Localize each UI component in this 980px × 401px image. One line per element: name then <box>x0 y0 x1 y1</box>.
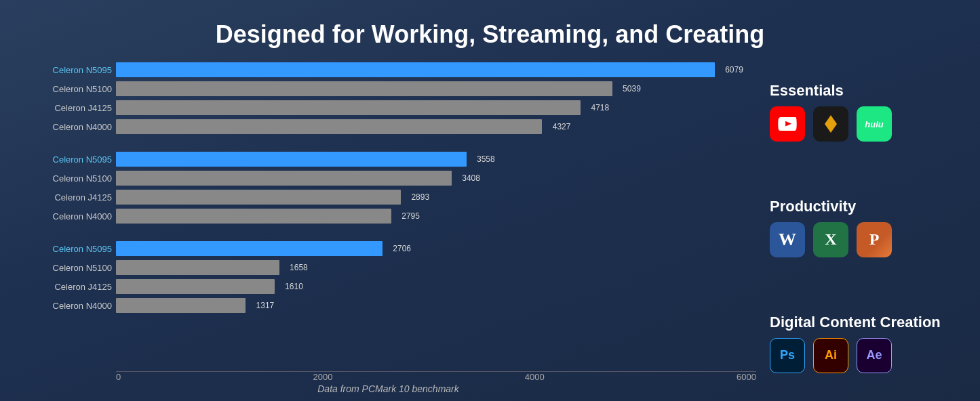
bar-value: 3558 <box>477 154 495 164</box>
x-axis-labels: 0200040006000 <box>116 372 756 382</box>
bar-container: 4327 <box>116 119 756 134</box>
bar-container: 5039 <box>116 81 756 96</box>
bar-value: 2795 <box>401 211 420 221</box>
bar-label: Celeron N5100 <box>20 263 112 273</box>
app-icon-plex <box>813 106 848 142</box>
bar-container: 2795 <box>116 209 756 224</box>
section-label-productivity: Productivity <box>770 198 960 215</box>
bar-row: Celeron N40001317 <box>20 297 756 314</box>
bar: 1317 <box>116 298 246 313</box>
bar: 2795 <box>116 209 391 224</box>
chart-group-essentials: Celeron N50956079Celeron N51005039Celero… <box>20 61 756 135</box>
bar-label: Celeron J4125 <box>20 282 112 292</box>
app-icon-word: W <box>770 222 805 257</box>
section-label-dcc: Digital Content Creation <box>770 314 960 331</box>
app-icon-powerpoint: P <box>857 222 892 257</box>
bar-label: Celeron N5100 <box>20 84 112 94</box>
bar-value: 1658 <box>290 263 308 272</box>
bar-value: 3408 <box>462 173 480 183</box>
bar-container: 1610 <box>116 279 756 294</box>
bar: 3408 <box>116 171 452 186</box>
chart-groups: Celeron N50956079Celeron N51005039Celero… <box>20 61 756 367</box>
bar-container: 3408 <box>116 171 756 186</box>
bar-row: Celeron N51001658 <box>20 259 756 276</box>
bar-label: Celeron N5100 <box>20 173 112 184</box>
bar-label: Celeron N4000 <box>20 301 112 311</box>
icons-row-essentials: hulu <box>770 106 960 142</box>
bar-value: 1610 <box>285 282 303 291</box>
bar-label: Celeron J4125 <box>20 192 112 203</box>
source-label: Data from PCMark 10 benchmark <box>20 383 756 394</box>
x-axis-tick: 0 <box>116 372 121 382</box>
bar-value: 5039 <box>623 84 641 93</box>
page-title: Designed for Working, Streaming, and Cre… <box>216 20 764 49</box>
bar-container: 3558 <box>116 152 756 167</box>
bar-row: Celeron N50953558 <box>20 150 756 168</box>
bar-value: 4718 <box>591 103 609 112</box>
x-axis-tick: 6000 <box>737 372 756 382</box>
bar-container: 2893 <box>116 190 756 205</box>
app-icon-photoshop: Ps <box>770 338 805 373</box>
right-panel: EssentialshuluProductivityWXPDigital Con… <box>756 61 960 394</box>
bar: 2706 <box>116 241 383 256</box>
chart-group-dcc: Celeron N50952706Celeron N51001658Celero… <box>20 240 756 314</box>
bar-row: Celeron J41252893 <box>20 188 756 206</box>
x-axis-tick: 2000 <box>313 372 333 382</box>
bar-label: Celeron N5095 <box>20 244 112 254</box>
bar-row: Celeron N50956079 <box>20 61 756 79</box>
bar-row: Celeron N51003408 <box>20 169 756 187</box>
app-icon-after-effects: Ae <box>857 338 892 373</box>
bar-value: 2893 <box>411 192 429 202</box>
section-label-essentials: Essentials <box>770 82 960 100</box>
bar-label: Celeron N5095 <box>20 154 112 165</box>
bar-value: 4327 <box>553 122 571 131</box>
bar: 1610 <box>116 279 275 294</box>
bar-container: 1658 <box>116 260 756 275</box>
x-axis-tick: 4000 <box>525 372 545 382</box>
bar-row: Celeron J41254718 <box>20 99 756 117</box>
section-productivity: ProductivityWXP <box>770 198 960 257</box>
bar-label: Celeron J4125 <box>20 103 112 113</box>
icons-row-dcc: PsAiAe <box>770 338 960 373</box>
bar: 6079 <box>116 62 715 77</box>
bar-row: Celeron N51005039 <box>20 80 756 98</box>
bar-value: 6079 <box>725 65 743 75</box>
bar: 5039 <box>116 81 612 96</box>
app-icon-excel: X <box>813 222 848 257</box>
bar-value: 2706 <box>393 244 411 253</box>
section-dcc: Digital Content CreationPsAiAe <box>770 314 960 373</box>
bar: 4327 <box>116 119 542 134</box>
app-icon-illustrator: Ai <box>813 338 848 373</box>
main-content: Celeron N50956079Celeron N51005039Celero… <box>0 61 980 401</box>
chart-area: Celeron N50956079Celeron N51005039Celero… <box>20 61 756 394</box>
bar: 3558 <box>116 152 467 167</box>
bar-label: Celeron N5095 <box>20 65 112 75</box>
bar: 1658 <box>116 260 279 275</box>
bar-row: Celeron N40004327 <box>20 118 756 135</box>
chart-group-productivity: Celeron N50953558Celeron N51003408Celero… <box>20 150 756 225</box>
bar-label: Celeron N4000 <box>20 122 112 132</box>
bar: 4718 <box>116 100 581 115</box>
bar-row: Celeron N40002795 <box>20 207 756 225</box>
bar-label: Celeron N4000 <box>20 211 112 221</box>
bar: 2893 <box>116 190 401 205</box>
app-icon-youtube <box>770 106 805 142</box>
section-essentials: Essentialshulu <box>770 82 960 142</box>
bar-container: 4718 <box>116 100 756 115</box>
icons-row-productivity: WXP <box>770 222 960 257</box>
bar-container: 6079 <box>116 62 756 77</box>
bar-container: 2706 <box>116 241 756 256</box>
bar-row: Celeron N50952706 <box>20 240 756 257</box>
bar-row: Celeron J41251610 <box>20 278 756 295</box>
app-icon-hulu: hulu <box>857 106 892 142</box>
bar-value: 1317 <box>256 301 275 310</box>
bar-container: 1317 <box>116 298 756 313</box>
